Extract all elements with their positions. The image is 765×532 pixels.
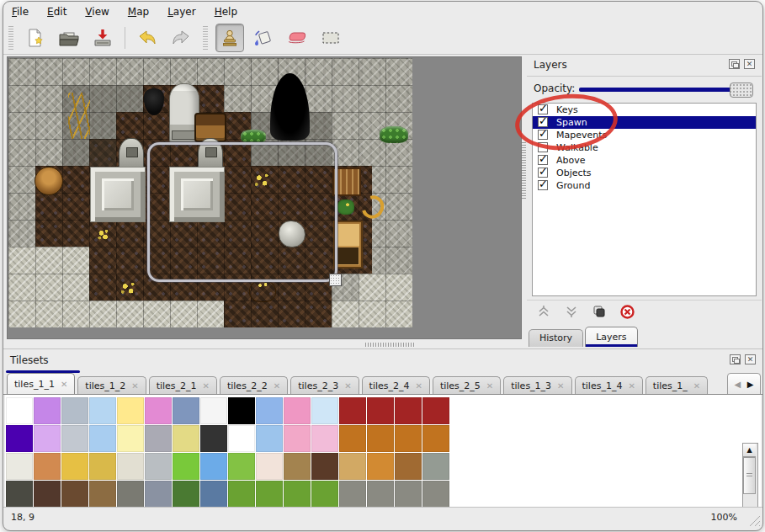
layer-row-keys[interactable]: ✓Keys xyxy=(533,104,756,116)
tileset-tile[interactable] xyxy=(117,481,144,508)
layer-visibility-checkbox[interactable] xyxy=(538,142,548,152)
tileset-tile[interactable] xyxy=(200,425,227,452)
tileset-tile[interactable] xyxy=(311,481,338,508)
delete-layer-button[interactable] xyxy=(619,303,635,320)
tileset-tile[interactable] xyxy=(284,481,311,508)
tileset-tile[interactable] xyxy=(256,481,283,508)
tileset-tile[interactable] xyxy=(89,481,116,508)
tileset-tile[interactable] xyxy=(256,425,283,452)
tileset-tile[interactable] xyxy=(200,453,227,480)
menu-edit[interactable]: Edit xyxy=(47,6,66,18)
splitter-grip[interactable] xyxy=(365,343,414,347)
tileset-tile[interactable] xyxy=(6,425,33,452)
close-tab-icon[interactable]: ✕ xyxy=(628,381,635,391)
tileset-tile[interactable] xyxy=(6,481,33,508)
tileset-tile[interactable] xyxy=(117,453,144,480)
tileset-tile[interactable] xyxy=(311,453,338,480)
select-button[interactable] xyxy=(316,24,345,52)
menu-help[interactable]: Help xyxy=(215,6,237,18)
tileset-tile[interactable] xyxy=(395,425,422,452)
tileset-tab-tiles_1_3[interactable]: tiles_1_3✕ xyxy=(503,376,571,395)
tileset-tile[interactable] xyxy=(61,425,88,452)
tileset-tile[interactable] xyxy=(200,397,227,424)
close-tab-icon[interactable]: ✕ xyxy=(61,380,67,389)
duplicate-layer-button[interactable] xyxy=(591,303,608,320)
tileset-tile[interactable] xyxy=(173,453,199,480)
tileset-tab-tiles_1[interactable]: tiles_1_✕ xyxy=(645,376,708,395)
save-button[interactable] xyxy=(88,24,117,52)
opacity-slider[interactable] xyxy=(579,82,753,96)
map-canvas[interactable] xyxy=(8,58,412,327)
lower-layer-button[interactable] xyxy=(563,303,580,320)
tileset-tile[interactable] xyxy=(422,481,449,508)
tileset-tile[interactable] xyxy=(228,425,255,452)
tileset-tile[interactable] xyxy=(228,453,255,480)
tileset-tile[interactable] xyxy=(34,481,61,508)
layer-visibility-checkbox[interactable]: ✓ xyxy=(538,155,548,165)
splitter-grip[interactable] xyxy=(522,142,526,200)
resize-grip[interactable] xyxy=(748,514,760,526)
tileset-tab-tiles_2_5[interactable]: tiles_2_5✕ xyxy=(433,376,501,395)
layer-visibility-checkbox[interactable]: ✓ xyxy=(538,104,548,114)
tileset-tab-tiles_2_1[interactable]: tiles_2_1✕ xyxy=(149,376,217,395)
open-button[interactable] xyxy=(55,24,83,52)
scroll-tabs-left-icon[interactable]: ◀ xyxy=(735,380,741,389)
layer-row-ground[interactable]: ✓Ground xyxy=(533,179,756,192)
tileset-tile[interactable] xyxy=(284,397,311,424)
menu-file[interactable]: File xyxy=(12,6,29,18)
tileset-tile[interactable] xyxy=(61,453,88,480)
tileset-tile[interactable] xyxy=(367,397,394,424)
tileset-tab-tiles_2_2[interactable]: tiles_2_2✕ xyxy=(220,376,288,395)
layer-visibility-checkbox[interactable]: ✓ xyxy=(538,180,548,190)
layer-row-spawn[interactable]: ✓Spawn xyxy=(533,116,756,129)
opacity-slider-handle[interactable] xyxy=(730,82,753,98)
tileset-tile[interactable] xyxy=(145,425,172,452)
tileset-tile[interactable] xyxy=(339,397,366,424)
selection-resize-handle[interactable] xyxy=(329,274,342,286)
tileset-tile[interactable] xyxy=(339,481,366,508)
scroll-tabs-right-icon[interactable]: ▶ xyxy=(747,380,754,389)
tileset-tile[interactable] xyxy=(200,481,227,508)
tileset-tile[interactable] xyxy=(61,397,88,424)
tileset-tile[interactable] xyxy=(34,453,61,480)
raise-layer-button[interactable] xyxy=(535,303,552,320)
tileset-tile[interactable] xyxy=(311,397,338,424)
tileset-tile[interactable] xyxy=(422,453,449,480)
layer-row-objects[interactable]: ✓Objects xyxy=(533,167,756,179)
tileset-tile[interactable] xyxy=(89,397,116,424)
tileset-tile[interactable] xyxy=(284,425,311,452)
eraser-button[interactable] xyxy=(283,24,311,52)
tileset-tab-tiles_2_3[interactable]: tiles_2_3✕ xyxy=(290,376,359,395)
tileset-tile[interactable] xyxy=(89,453,116,480)
toolbar-grip[interactable] xyxy=(203,26,208,50)
layer-row-above[interactable]: ✓Above xyxy=(533,154,756,167)
tileset-tile[interactable] xyxy=(145,397,172,424)
close-tab-icon[interactable]: ✕ xyxy=(693,381,700,391)
opacity-slider-track[interactable] xyxy=(579,88,753,92)
toolbar-grip[interactable] xyxy=(8,26,13,50)
scroll-up-icon[interactable]: ▲ xyxy=(743,444,756,457)
tileset-tab-tiles_1_2[interactable]: tiles_1_2✕ xyxy=(77,376,146,395)
close-tab-icon[interactable]: ✕ xyxy=(131,381,138,391)
tileset-tile[interactable] xyxy=(395,397,422,424)
scrollbar-thumb[interactable] xyxy=(743,457,756,494)
close-tab-icon[interactable]: ✕ xyxy=(486,381,493,391)
tileset-tile[interactable] xyxy=(34,425,61,452)
stamp-button[interactable] xyxy=(215,24,244,52)
tileset-tile[interactable] xyxy=(173,425,199,452)
close-tab-icon[interactable]: ✕ xyxy=(415,381,422,391)
tileset-tile[interactable] xyxy=(284,453,311,480)
tileset-tile[interactable] xyxy=(395,481,422,508)
tileset-tile[interactable] xyxy=(145,453,172,480)
tileset-tile[interactable] xyxy=(117,397,144,424)
tileset-tile[interactable] xyxy=(367,453,394,480)
tileset-tab-tiles_1_4[interactable]: tiles_1_4✕ xyxy=(575,376,643,395)
tileset-tile[interactable] xyxy=(228,397,255,424)
tileset-tab-tiles_2_4[interactable]: tiles_2_4✕ xyxy=(362,376,430,395)
tileset-tile[interactable] xyxy=(89,425,116,452)
tileset-tile[interactable] xyxy=(395,453,422,480)
tileset-tile[interactable] xyxy=(6,453,33,480)
tileset-scrollbar[interactable]: ▲ ▼ xyxy=(742,443,758,508)
close-tab-icon[interactable]: ✕ xyxy=(203,381,210,391)
close-panel-icon[interactable]: ✕ xyxy=(744,59,755,69)
